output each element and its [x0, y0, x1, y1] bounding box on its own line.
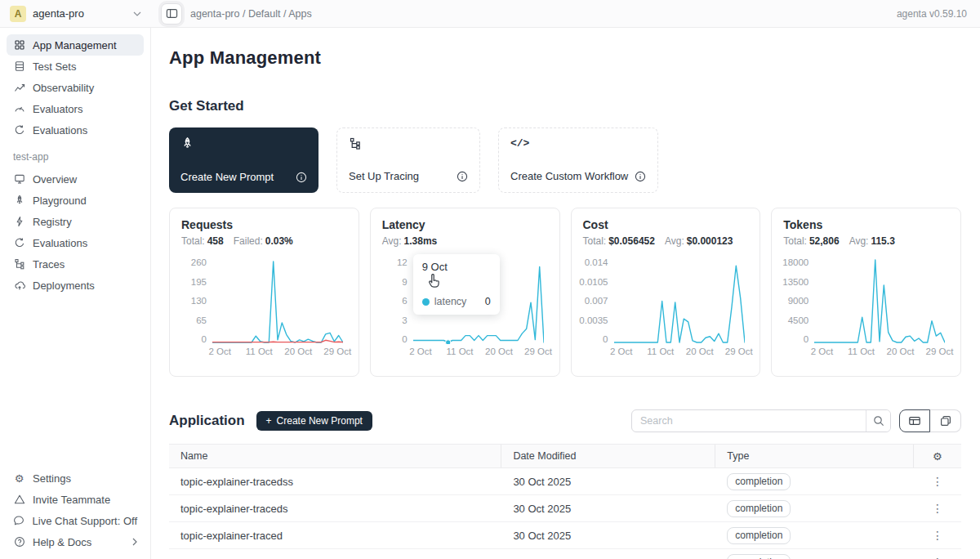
chart-stats: Total:458Failed:0.03% [181, 235, 349, 247]
info-icon[interactable] [635, 171, 646, 182]
sidebar-item-label: Evaluations [33, 124, 87, 136]
sidebar-item-registry[interactable]: Registry [7, 211, 144, 232]
workspace-name: agenta-pro [33, 7, 84, 20]
create-new-prompt-card[interactable]: Create New Prompt [169, 127, 318, 193]
chart-tooltip: 9 Oct latency 0 [413, 254, 500, 315]
sidebar-item-evaluations-app[interactable]: Evaluations [7, 232, 144, 253]
top-bar: A agenta-pro agenta-pro / Default / Apps… [0, 0, 980, 28]
column-header-name: Name [169, 445, 501, 467]
x-axis-labels: 2 Oct11 Oct20 Oct29 Oct [817, 347, 948, 359]
applications-table: Name Date Modified Type ⚙ topic-explaine… [169, 444, 961, 559]
info-icon[interactable] [457, 171, 468, 182]
chart-stat: Total:$0.056452 [583, 235, 655, 247]
help-circle-icon [13, 536, 25, 548]
app-name: topic-explainer-traced [169, 530, 501, 542]
sidebar-item-deployments[interactable]: Deployments [7, 275, 144, 296]
sidebar-item-observability[interactable]: Observability [7, 77, 144, 98]
table-row[interactable]: topic-explainer-tracedss 30 Oct 2025 com… [169, 468, 961, 495]
start-card-label: Create Custom Workflow [510, 170, 628, 182]
workspace-switcher[interactable]: A agenta-pro [0, 6, 151, 22]
sidebar-item-live-chat-support[interactable]: Live Chat Support: Off [7, 510, 144, 531]
type-badge: completion [727, 500, 791, 517]
requests-chart-card: Requests Total:458Failed:0.03% 260195130… [169, 208, 359, 377]
y-axis-labels: 260195130650 [181, 257, 212, 344]
metrics-cards: Requests Total:458Failed:0.03% 260195130… [169, 208, 961, 377]
sidebar-item-label: App Management [33, 39, 117, 51]
application-section: Application + Create New Prompt [169, 409, 961, 559]
x-axis-labels: 2 Oct11 Oct20 Oct29 Oct [617, 347, 748, 359]
y-axis-labels: 129630 [382, 257, 413, 344]
sidebar-item-evaluators[interactable]: Evaluators [7, 98, 144, 119]
row-actions-kebab-icon[interactable]: ⋮ [914, 556, 961, 559]
y-axis-labels: 0.0140.01050.0070.00350 [583, 257, 614, 344]
sidebar-item-label: Observability [33, 82, 94, 94]
info-icon[interactable] [296, 172, 307, 183]
axis-tick-label: 29 Oct [524, 347, 552, 356]
type-badge: completion [727, 527, 791, 544]
rocket-icon [13, 195, 25, 206]
y-axis-labels: 1800013500900045000 [783, 257, 814, 344]
axis-tick-label: 0.0035 [579, 315, 608, 325]
sidebar-collapse-button[interactable] [161, 3, 182, 25]
search-input[interactable] [632, 415, 866, 427]
axis-tick-label: 0.007 [585, 296, 608, 306]
row-actions-kebab-icon[interactable]: ⋮ [914, 502, 961, 515]
app-name: career-assessment [169, 557, 501, 559]
card-view-button[interactable] [930, 409, 961, 432]
axis-tick-label: 2 Oct [610, 347, 632, 356]
grid-icon [13, 39, 25, 51]
table-row[interactable]: topic-explainer-traced 30 Oct 2025 compl… [169, 522, 961, 549]
sidebar-item-playground[interactable]: Playground [7, 190, 144, 211]
table-settings-gear-icon[interactable]: ⚙ [914, 445, 961, 467]
row-actions-kebab-icon[interactable]: ⋮ [914, 529, 961, 542]
sidebar-collapse-icon [166, 7, 178, 20]
table-header-row: Name Date Modified Type ⚙ [169, 444, 961, 468]
view-toggle [899, 409, 961, 432]
axis-tick-label: 11 Oct [447, 347, 474, 356]
table-row[interactable]: career-assessment 27 Oct 2025 completion… [169, 549, 961, 559]
breadcrumb[interactable]: agenta-pro / Default / Apps [190, 8, 312, 20]
sidebar-item-label: Traces [33, 258, 65, 271]
sidebar-item-evaluations[interactable]: Evaluations [7, 119, 144, 141]
sidebar-item-app-management[interactable]: App Management [7, 34, 144, 56]
chart-canvas[interactable] [814, 257, 945, 344]
search-icon[interactable] [866, 410, 890, 432]
create-custom-workflow-card[interactable]: </> Create Custom Workflow [498, 127, 658, 193]
axis-tick-label: 13500 [782, 277, 808, 287]
axis-tick-label: 6 [402, 296, 407, 306]
x-axis-labels: 2 Oct11 Oct20 Oct29 Oct [416, 347, 547, 359]
app-name: topic-explainer-traceds [169, 503, 501, 515]
sidebar-item-traces[interactable]: Traces [7, 253, 144, 275]
axis-tick-label: 9000 [788, 296, 809, 306]
create-new-prompt-button[interactable]: + Create New Prompt [256, 411, 372, 431]
search-box [631, 409, 891, 432]
chart-title: Cost [583, 218, 751, 231]
sidebar-item-label: Live Chat Support: Off [33, 515, 137, 527]
get-started-heading: Get Started [169, 98, 961, 114]
code-icon: </> [510, 137, 646, 150]
sidebar-item-overview[interactable]: Overview [7, 168, 144, 190]
set-up-tracing-card[interactable]: Set Up Tracing [336, 127, 480, 193]
tree-icon [13, 258, 25, 270]
axis-tick-label: 9 [402, 277, 407, 287]
sidebar-item-label: Overview [33, 173, 77, 186]
chart-stats: Avg:1.38ms [382, 235, 550, 247]
axis-tick-label: 12 [397, 257, 408, 267]
sidebar-item-settings[interactable]: ⚙ Settings [7, 467, 144, 489]
plus-icon: + [266, 415, 272, 427]
axis-tick-label: 20 Oct [485, 347, 513, 356]
sidebar-item-test-sets[interactable]: Test Sets [7, 56, 144, 77]
date-modified: 30 Oct 2025 [501, 503, 715, 515]
chart-canvas[interactable] [212, 257, 343, 344]
chart-canvas[interactable] [614, 257, 745, 344]
table-view-button[interactable] [899, 409, 930, 432]
sidebar-item-invite-teammate[interactable]: Invite Teammate [7, 489, 144, 510]
table-row[interactable]: topic-explainer-traceds 30 Oct 2025 comp… [169, 495, 961, 522]
chart-stats: Total:$0.056452Avg:$0.000123 [583, 235, 751, 247]
row-actions-kebab-icon[interactable]: ⋮ [914, 475, 961, 488]
sidebar-item-label: Test Sets [33, 60, 76, 73]
tooltip-value: 0 [485, 296, 491, 307]
axis-tick-label: 11 Oct [246, 347, 273, 356]
sidebar-item-help-docs[interactable]: Help & Docs [7, 531, 144, 552]
chevron-right-icon [132, 538, 137, 546]
